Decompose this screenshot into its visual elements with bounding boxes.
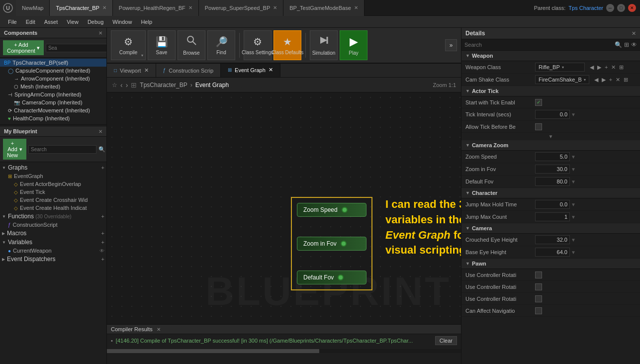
tab-healthregen[interactable]: Powerup_HealthRegen_BF ✕ — [113, 0, 199, 16]
details-close-icon[interactable]: ✕ — [632, 30, 636, 37]
compile-button[interactable]: ⚙ Compile ▾ — [111, 30, 146, 60]
tick-interval-input[interactable] — [535, 110, 570, 119]
tree-item-mesh[interactable]: ⬡ Mesh (Inherited) — [0, 83, 106, 91]
base-eye-spin-icon[interactable]: ▼ — [571, 250, 576, 255]
close-testgame-icon[interactable]: ✕ — [354, 5, 358, 10]
tree-item-healthcomp[interactable]: ♥ HealthComp (Inherited) — [0, 114, 106, 122]
jump-max-count-spin-icon[interactable]: ▼ — [571, 214, 576, 220]
zoom-fov-input[interactable] — [535, 165, 570, 174]
weapon-class-prev-icon[interactable]: ◀ — [589, 64, 595, 71]
pawn-section-header[interactable]: ▼ Pawn — [461, 259, 640, 269]
variables-add-icon[interactable]: + — [101, 239, 104, 245]
component-search-input[interactable] — [46, 44, 107, 52]
find-button[interactable]: 🔎 Find — [207, 30, 235, 60]
add-component-button[interactable]: + Add Component ▾ — [3, 40, 44, 55]
node-zoomspeed[interactable]: Zoom Speed — [297, 203, 366, 217]
variables-section-header[interactable]: ▼ Variables + — [0, 238, 106, 247]
tree-item-capsule[interactable]: ◯ CapsuleComponent (Inherited) — [0, 67, 106, 75]
close-superspeed-icon[interactable]: ✕ — [273, 5, 277, 10]
parent-class-value[interactable]: Tps Character — [568, 5, 603, 11]
crouched-eye-spin-icon[interactable]: ▼ — [571, 237, 576, 243]
macros-add-icon[interactable]: + — [101, 230, 104, 236]
breadcrumb-tpschar[interactable]: TpsCharacter_BP — [140, 82, 187, 89]
nav-back-icon[interactable]: ‹ — [120, 81, 123, 89]
class-settings-button[interactable]: ⚙ Class Settings — [244, 30, 272, 60]
cam-shake-browse-icon[interactable]: ⊞ — [623, 76, 629, 84]
construction-tab[interactable]: ƒ Construction Scrip — [156, 64, 221, 77]
zoom-speed-input[interactable] — [535, 152, 570, 161]
details-search-input[interactable] — [464, 42, 613, 48]
compiler-scrollbar[interactable] — [107, 349, 461, 353]
node-defaultfov[interactable]: Default Fov — [297, 271, 366, 284]
cam-shake-add-icon[interactable]: + — [608, 76, 613, 83]
compiler-close-icon[interactable]: ✕ — [157, 327, 161, 332]
bp-item-beginoverlap[interactable]: ◇ Event ActorBeginOverlap — [0, 180, 106, 188]
details-eye-icon[interactable]: 👁 — [631, 41, 637, 48]
scroll-thumb[interactable] — [107, 349, 319, 353]
toolbar-more-button[interactable]: » — [445, 39, 457, 51]
nav-forward-icon[interactable]: › — [126, 81, 128, 89]
eventgraph-tab[interactable]: ⊞ Event Graph ✕ — [221, 64, 280, 77]
tab-superspeed[interactable]: Powerup_SuperSpeed_BP ✕ — [199, 0, 283, 16]
play-button[interactable]: ▶ Play — [340, 30, 367, 60]
star-icon[interactable]: ☆ — [112, 82, 117, 89]
actor-tick-expand[interactable]: ▼ — [461, 133, 640, 140]
components-close-icon[interactable]: ✕ — [98, 30, 102, 36]
default-fov-input[interactable] — [535, 177, 570, 186]
menu-file[interactable]: File — [4, 18, 21, 26]
graphs-section-header[interactable]: ▼ Graphs + — [0, 163, 106, 172]
tree-item-self[interactable]: BP TpsCharacter_BP(self) — [0, 59, 106, 67]
close-healthregen-icon[interactable]: ✕ — [188, 5, 192, 10]
viewport-tab[interactable]: □ Viewport ✕ — [107, 64, 156, 77]
tree-item-springarm[interactable]: ⊣ SpringArmComp (Inherited) — [0, 91, 106, 98]
cam-shake-dropdown[interactable]: FireCamShake_B ▾ — [535, 75, 589, 84]
crouched-eye-input[interactable] — [535, 235, 570, 244]
compiler-tab[interactable]: Compiler Results — [111, 326, 153, 332]
close-viewport-icon[interactable]: ✕ — [144, 67, 149, 74]
weapon-class-dropdown[interactable]: Rifle_BP ▾ — [535, 63, 585, 72]
bp-item-constructionscript[interactable]: ƒ ConstructionScript — [0, 221, 106, 229]
zoom-fov-spin-icon[interactable]: ▼ — [571, 167, 576, 172]
menu-asset[interactable]: Asset — [40, 18, 62, 26]
dispatchers-add-icon[interactable]: + — [101, 256, 104, 262]
weapon-class-add-icon[interactable]: + — [604, 64, 609, 71]
bp-item-createcrosshair[interactable]: ◇ Event Create Crosshair Wid — [0, 196, 106, 204]
jump-max-count-input[interactable] — [535, 212, 570, 221]
bp-item-createhealth[interactable]: ◇ Event Create Health Indicat — [0, 204, 106, 212]
menu-view[interactable]: View — [63, 18, 83, 26]
base-eye-input[interactable] — [535, 248, 570, 257]
macros-section-header[interactable]: ▶ Macros + — [0, 229, 106, 238]
character-section-header[interactable]: ▼ Character — [461, 188, 640, 198]
use-controller-2-checkbox[interactable] — [535, 283, 542, 290]
bp-item-eventgraph[interactable]: ⊞ EventGraph — [0, 172, 106, 180]
add-new-button[interactable]: + Add New ▾ — [3, 139, 26, 160]
cam-shake-clear-icon[interactable]: ✕ — [615, 76, 621, 84]
menu-edit[interactable]: Edit — [22, 18, 39, 26]
save-button[interactable]: 💾 Save — [148, 30, 176, 60]
menu-window[interactable]: Window — [108, 18, 136, 26]
tab-newmap[interactable]: NewMap — [16, 0, 50, 16]
my-blueprint-close-icon[interactable]: ✕ — [98, 129, 102, 134]
clear-button[interactable]: Clear — [435, 336, 457, 345]
cam-shake-next-icon[interactable]: ▶ — [601, 76, 607, 84]
weapon-class-next-icon[interactable]: ▶ — [596, 64, 602, 71]
close-eventgraph-icon[interactable]: ✕ — [269, 67, 273, 73]
details-grid-icon[interactable]: ⊞ — [624, 41, 629, 48]
close-button[interactable]: ✕ — [628, 4, 636, 12]
allow-tick-checkbox[interactable] — [535, 123, 542, 130]
menu-debug[interactable]: Debug — [84, 18, 107, 26]
weapon-class-clear-icon[interactable]: ✕ — [610, 64, 617, 71]
functions-add-icon[interactable]: + — [101, 213, 104, 219]
functions-section-header[interactable]: ▼ Functions (30 Overridable) + — [0, 212, 106, 221]
cam-shake-prev-icon[interactable]: ◀ — [593, 76, 599, 84]
weapon-section-header[interactable]: ▼ Weapon — [461, 51, 640, 61]
class-defaults-button[interactable]: ★ Class Defaults — [274, 30, 301, 60]
blueprint-search-input[interactable] — [28, 145, 96, 154]
weapon-class-browse-icon[interactable]: ⊞ — [618, 64, 625, 71]
browse-button[interactable]: Browse — [178, 30, 205, 60]
dispatchers-section-header[interactable]: ▶ Event Dispatchers + — [0, 255, 106, 264]
actor-tick-section-header[interactable]: ▼ Actor Tick — [461, 86, 640, 96]
currentweapon-eye-icon[interactable]: 👁 — [99, 248, 104, 254]
tab-testgame[interactable]: BP_TestGameModeBase ✕ — [283, 0, 365, 16]
maximize-button[interactable]: □ — [617, 4, 625, 12]
